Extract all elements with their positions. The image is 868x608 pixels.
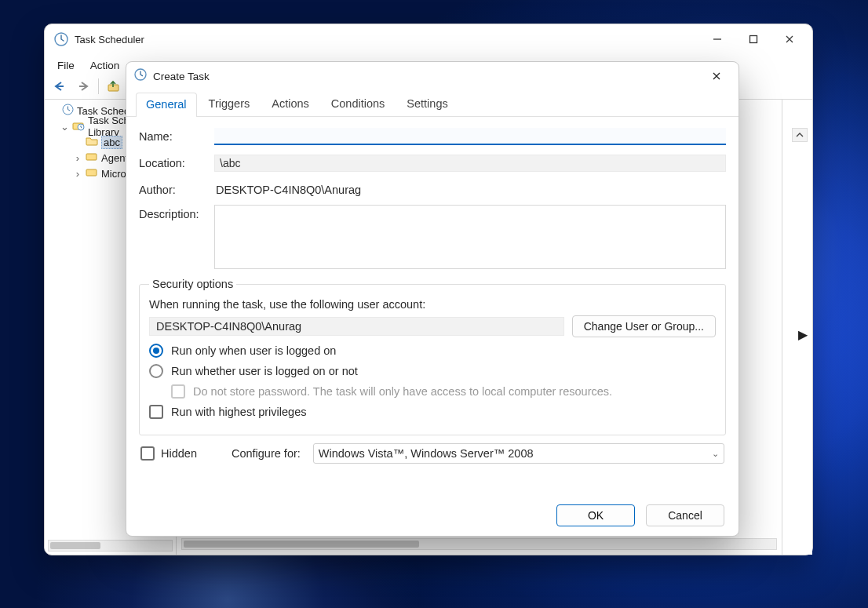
checkbox-disabled-icon: [171, 384, 185, 399]
highest-privileges-label: Run with highest privileges: [171, 406, 306, 418]
actions-scroll-up-button[interactable]: [792, 128, 808, 142]
nav-back-button[interactable]: [49, 77, 70, 96]
menu-file[interactable]: File: [49, 55, 82, 76]
list-horizontal-scrollbar[interactable]: [181, 538, 777, 550]
expand-icon[interactable]: ›: [73, 152, 82, 164]
toolbar-separator: [98, 78, 99, 94]
hidden-label: Hidden: [161, 447, 197, 460]
dialog-footer: OK Cancel: [126, 495, 739, 536]
radio-run-whether-label: Run whether user is logged on or not: [171, 365, 358, 377]
folder-icon: [86, 167, 98, 180]
chevron-down-icon: ⌄: [712, 449, 719, 459]
nav-forward-button[interactable]: [73, 77, 93, 96]
menu-action[interactable]: Action: [82, 55, 128, 76]
security-options-group: Security options When running the task, …: [139, 278, 726, 435]
up-level-button[interactable]: [104, 77, 124, 96]
parent-window-title: Task Scheduler: [75, 34, 144, 46]
folder-icon: [86, 151, 98, 164]
description-input[interactable]: [214, 205, 726, 269]
ok-button[interactable]: OK: [556, 504, 635, 526]
actions-expand-arrow-icon[interactable]: ▶: [798, 327, 808, 342]
general-tab-body: Name: Location: \abc Author: DESKTOP-C4I…: [126, 117, 739, 495]
name-input[interactable]: [214, 128, 726, 145]
change-user-button[interactable]: Change User or Group...: [572, 315, 716, 337]
radio-selected-icon: [149, 344, 163, 358]
radio-run-logged-on[interactable]: Run only when user is logged on: [149, 344, 716, 358]
radio-run-whether[interactable]: Run whether user is logged on or not: [149, 364, 716, 378]
close-button[interactable]: [771, 27, 808, 52]
author-value: DESKTOP-C4IN8Q0\Anurag: [214, 184, 726, 196]
create-task-dialog: Create Task General Triggers Actions Con…: [126, 61, 739, 537]
clock-icon: [54, 32, 68, 46]
tab-settings[interactable]: Settings: [396, 92, 458, 116]
dialog-titlebar: Create Task: [126, 62, 739, 90]
clock-icon: [134, 68, 147, 84]
security-account: DESKTOP-C4IN8Q0\Anurag: [149, 317, 564, 336]
security-prompt: When running the task, use the following…: [149, 298, 716, 311]
cancel-button[interactable]: Cancel: [646, 504, 724, 526]
checkbox-unchecked-icon: [140, 446, 155, 461]
collapse-icon[interactable]: ⌄: [60, 121, 69, 133]
clock-icon: [62, 104, 74, 118]
dialog-tabrow: General Triggers Actions Conditions Sett…: [126, 90, 739, 117]
expand-icon[interactable]: ›: [73, 168, 82, 180]
configure-for-value: Windows Vista™, Windows Server™ 2008: [319, 447, 534, 460]
minimize-button[interactable]: [699, 27, 735, 52]
location-label: Location:: [139, 157, 214, 169]
tab-conditions[interactable]: Conditions: [321, 92, 396, 116]
checkbox-highest-privileges[interactable]: Run with highest privileges: [149, 405, 716, 419]
configure-for-combo[interactable]: Windows Vista™, Windows Server™ 2008 ⌄: [313, 443, 724, 464]
author-label: Author:: [139, 184, 214, 196]
tab-actions[interactable]: Actions: [261, 92, 319, 116]
configure-for-label: Configure for:: [232, 447, 301, 460]
tab-general[interactable]: General: [136, 93, 197, 117]
svg-rect-9: [86, 154, 97, 160]
dialog-close-button[interactable]: [699, 64, 734, 88]
name-label: Name:: [139, 130, 214, 143]
tree-horizontal-scrollbar[interactable]: [48, 540, 173, 552]
folder-clock-icon: [72, 120, 85, 133]
actions-pane: ▶: [782, 100, 812, 555]
tree-node-label: abc: [101, 136, 122, 149]
no-store-password-label: Do not store password. The task will onl…: [193, 385, 612, 398]
tree-node-label: Agent: [101, 152, 128, 164]
checkbox-unchecked-icon: [149, 405, 163, 419]
radio-run-logged-on-label: Run only when user is logged on: [171, 344, 336, 357]
radio-unselected-icon: [149, 364, 163, 378]
description-label: Description:: [139, 205, 214, 220]
folder-open-icon: [86, 136, 98, 148]
maximize-button[interactable]: [735, 27, 771, 52]
security-legend: Security options: [149, 278, 236, 290]
svg-rect-10: [86, 169, 97, 176]
tab-triggers[interactable]: Triggers: [199, 92, 261, 116]
checkbox-no-store-password: Do not store password. The task will onl…: [171, 384, 716, 399]
checkbox-hidden[interactable]: Hidden: [140, 446, 197, 461]
location-value: \abc: [214, 155, 726, 172]
svg-rect-1: [750, 36, 757, 43]
parent-titlebar: Task Scheduler: [45, 24, 812, 54]
dialog-title: Create Task: [153, 71, 210, 82]
